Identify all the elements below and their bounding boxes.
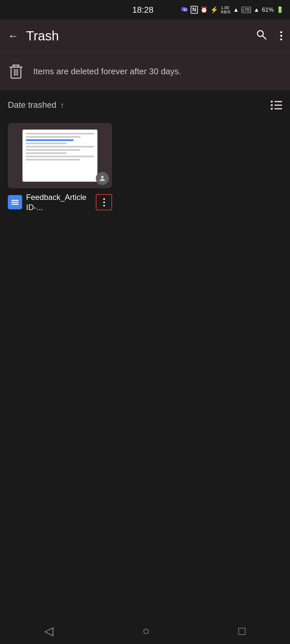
app-bar: ← Trash [0, 20, 290, 52]
battery-level: 61% [262, 7, 274, 13]
dot [280, 35, 282, 37]
teams-icon: T [181, 6, 188, 14]
trash-icon [8, 62, 24, 81]
info-banner: Items are deleted forever after 30 days. [0, 52, 290, 90]
view-icon-row [271, 104, 282, 106]
sort-arrow-icon: ↑ [60, 101, 64, 110]
sort-label[interactable]: Date trashed ↑ [8, 100, 64, 110]
alarm-icon: ⏰ [200, 6, 208, 13]
notification-icon: N [191, 6, 198, 14]
file-info: Feedback_Article ID-... [8, 188, 112, 214]
nav-home-button[interactable]: ○ [142, 624, 150, 638]
file-thumbnail [8, 123, 112, 188]
data-speed-icon: 1.00KB/S [221, 6, 231, 14]
search-button[interactable] [255, 29, 267, 43]
wifi-icon: ▲ [233, 7, 239, 13]
signal-icon: ▲ [254, 7, 259, 13]
dot [280, 38, 282, 40]
file-type-icon [8, 195, 22, 209]
nav-recents-button[interactable]: □ [239, 624, 246, 638]
battery-icon: 🔋 [276, 6, 283, 13]
dot [280, 31, 282, 33]
status-time: 18:28 [132, 5, 153, 15]
more-options-button[interactable] [280, 31, 282, 40]
file-more-button[interactable] [96, 194, 112, 210]
svg-text:T: T [184, 9, 185, 11]
file-name: Feedback_Article ID-... [26, 192, 92, 212]
shared-avatar [96, 172, 109, 185]
svg-line-4 [263, 36, 266, 39]
page-title: Trash [26, 29, 248, 43]
view-icon-row [271, 101, 282, 103]
file-grid: Feedback_Article ID-... [0, 117, 290, 220]
info-message: Items are deleted forever after 30 days. [33, 66, 181, 77]
status-icons: T N ⏰ ⚡ 1.00KB/S ▲ LTE ▲ 61% 🔋 [181, 6, 283, 14]
bottom-nav: ◁ ○ □ [0, 618, 290, 644]
view-toggle-button[interactable] [271, 101, 282, 110]
status-bar: 18:28 T N ⏰ ⚡ 1.00KB/S ▲ LTE ▲ 61% 🔋 [0, 0, 290, 20]
bluetooth-icon: ⚡ [210, 6, 218, 14]
lte-icon: LTE [241, 7, 251, 13]
back-button[interactable]: ← [8, 30, 18, 42]
file-preview [22, 130, 97, 182]
nav-back-button[interactable]: ◁ [44, 624, 53, 638]
sort-label-text: Date trashed [8, 100, 56, 110]
sort-bar: Date trashed ↑ [0, 90, 290, 117]
svg-point-13 [101, 176, 104, 178]
view-icon-row [271, 108, 282, 110]
file-item[interactable]: Feedback_Article ID-... [8, 123, 112, 214]
